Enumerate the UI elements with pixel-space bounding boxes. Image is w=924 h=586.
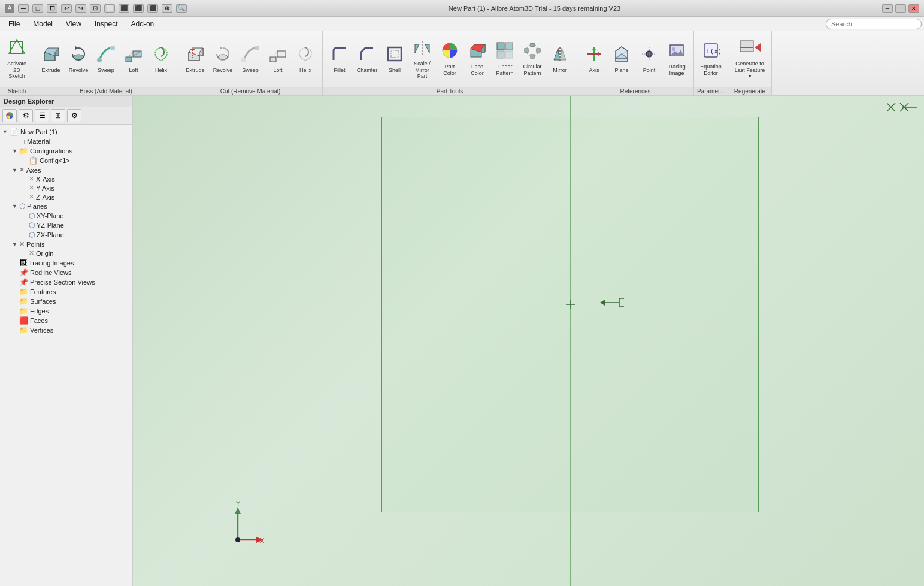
configurations-icon: 📁 [19, 147, 28, 155]
tree-item-zxplane[interactable]: ⬡ ZX-Plane [0, 230, 132, 240]
tree-item-edges[interactable]: 📁 Edges [0, 306, 132, 316]
window-close-btn[interactable]: ✕ [908, 4, 919, 13]
tree-item-surfaces[interactable]: 📁 Surfaces [0, 297, 132, 306]
svg-point-19 [218, 55, 228, 59]
loft-boss-button[interactable]: Loft [120, 41, 147, 78]
window-title: New Part (1) - Alibre Atom3D Trial - 15 … [187, 5, 882, 12]
scale-mirror-part-button[interactable]: Scale /Mirror Part [409, 36, 435, 82]
tree-label: Axes [26, 167, 41, 174]
tree-item-vertices[interactable]: 📁 Vertices [0, 325, 132, 335]
titlebar-restore[interactable]: □ [32, 4, 43, 13]
titlebar-btn-10[interactable]: ⬛ [147, 4, 158, 13]
titlebar-btn-9[interactable]: ⬛ [133, 4, 144, 13]
loft-boss-icon [125, 45, 143, 65]
tree-item-features[interactable]: 📁 Features [0, 287, 132, 297]
part-color-button[interactable]: Part Color [437, 39, 463, 79]
tree-item-yaxis[interactable]: ✕ Y-Axis [0, 183, 132, 192]
svg-rect-42 [531, 55, 534, 58]
toolbar-section-sketch: Activate2D Sketch Sketch [0, 31, 34, 95]
chamfer-button[interactable]: Chamfer [354, 41, 380, 78]
menu-file[interactable]: File [2, 19, 26, 29]
tree-item-origin[interactable]: ✕ Origin [0, 249, 132, 258]
tree-arrow [12, 308, 19, 314]
sidebar-more-btn[interactable]: ⊞ [51, 109, 65, 122]
viewport[interactable]: Y X [133, 96, 924, 586]
titlebar-btn-7[interactable]: ⬜ [104, 4, 115, 13]
tree-arrow[interactable]: ▼ [2, 129, 10, 135]
tree-item-faces[interactable]: 🟥 Faces [0, 316, 132, 325]
sweep-boss-button[interactable]: Sweep [93, 41, 119, 78]
sweep-cut-button[interactable]: Sweep [237, 41, 263, 78]
tree-item-axes[interactable]: ▼ ✕ Axes [0, 165, 132, 174]
svg-rect-26 [388, 47, 401, 61]
sidebar-gear-btn[interactable]: ⚙ [67, 109, 81, 122]
activate-2d-sketch-button[interactable]: Activate2D Sketch [4, 36, 30, 82]
extrude-cut-button[interactable]: Extrude [182, 41, 208, 78]
tree-item-precise-section-views[interactable]: 📌 Precise Section Views [0, 277, 132, 287]
sidebar-color-btn[interactable] [2, 109, 17, 122]
revolve-boss-button[interactable]: Revolve [65, 41, 92, 78]
face-color-button[interactable]: Face Color [464, 39, 490, 79]
sidebar-list-btn[interactable]: ☰ [35, 109, 49, 122]
helix-cut-button[interactable]: Helix [292, 41, 319, 78]
menu-view[interactable]: View [60, 19, 87, 29]
svg-marker-53 [616, 47, 628, 58]
tree-arrow [12, 289, 19, 295]
tree-item-config1[interactable]: 📋 Config<1> [0, 156, 132, 165]
plane-button[interactable]: Plane [608, 41, 635, 78]
window-minimize-btn[interactable]: ─ [882, 4, 893, 13]
titlebar-btn-11[interactable]: ⊕ [162, 4, 172, 13]
titlebar-btn-12[interactable]: 🔍 [176, 4, 187, 13]
window-maximize-btn[interactable]: □ [895, 4, 906, 13]
titlebar-btn-5[interactable]: ↪ [75, 4, 86, 13]
tree-item-configurations[interactable]: ▼ 📁 Configurations [0, 146, 132, 156]
toolbar-section-boss: Extrude Revolve [34, 31, 178, 95]
tree-item-material[interactable]: ◻ Material: [0, 137, 132, 146]
menu-model[interactable]: Model [27, 19, 59, 29]
shell-button[interactable]: Shell [381, 41, 408, 78]
search-input[interactable] [826, 19, 922, 29]
xyplane-icon: ⬡ [29, 212, 35, 220]
tracing-image-button[interactable]: TracingImage [664, 39, 690, 79]
revolve-cut-button[interactable]: Revolve [210, 41, 236, 78]
tree-item-xaxis[interactable]: ✕ X-Axis [0, 174, 132, 183]
titlebar-btn-6[interactable]: ⊡ [90, 4, 101, 13]
loft-cut-button[interactable]: Loft [265, 41, 291, 78]
linear-pattern-button[interactable]: LinearPattern [492, 39, 518, 79]
point-button[interactable]: Point [636, 41, 662, 78]
tree-item-tracing-images[interactable]: 🖼 Tracing Images [0, 258, 132, 268]
fillet-icon [331, 45, 349, 65]
tree-arrow[interactable]: ▼ [12, 167, 19, 173]
axis-button[interactable]: Axis [581, 41, 607, 78]
svg-marker-49 [592, 47, 596, 50]
titlebar-btn-3[interactable]: ⊟ [47, 4, 57, 13]
equation-editor-button[interactable]: f(x) EquationEditor [698, 39, 724, 79]
extrude-boss-button[interactable]: Extrude [38, 41, 64, 78]
tree-item-yzplane[interactable]: ⬡ YZ-Plane [0, 220, 132, 230]
tree-arrow[interactable]: ▼ [12, 203, 19, 209]
generate-to-last-feature-button[interactable]: Generate toLast Feature ▾ [732, 36, 768, 82]
fillet-button[interactable]: Fillet [326, 41, 353, 78]
titlebar-minimize[interactable]: ─ [18, 4, 29, 13]
tree-item-zaxis[interactable]: ✕ Z-Axis [0, 192, 132, 201]
circular-pattern-button[interactable]: CircularPattern [519, 39, 546, 79]
tree-item-planes[interactable]: ▼ ⬡ Planes [0, 201, 132, 211]
titlebar-btn-4[interactable]: ↩ [61, 4, 72, 13]
app-icon: A [5, 4, 14, 13]
svg-text:f(x): f(x) [706, 47, 720, 55]
parametrics-tools: f(x) EquationEditor [694, 31, 728, 87]
tree-item-root[interactable]: ▼ 📄 New Part (1) [0, 127, 132, 137]
menu-inspect[interactable]: Inspect [89, 19, 124, 29]
mirror-button[interactable]: Mirror [547, 41, 573, 78]
titlebar-btn-8[interactable]: ⬛ [119, 4, 129, 13]
tree-item-xyplane[interactable]: ⬡ XY-Plane [0, 211, 132, 220]
tree-item-redline-views[interactable]: 📌 Redline Views [0, 268, 132, 277]
tree-item-points[interactable]: ▼ ✕ Points [0, 240, 132, 249]
tree-arrow[interactable]: ▼ [12, 241, 19, 247]
mirror-label: Mirror [553, 67, 567, 74]
menu-addon[interactable]: Add-on [125, 19, 160, 29]
sidebar-settings-btn[interactable]: ⚙ [19, 109, 33, 122]
tree-arrow[interactable]: ▼ [12, 148, 19, 154]
sidebar: Design Explorer ⚙ ☰ ⊞ ⚙ ▼ 📄 New Part (1)… [0, 96, 133, 586]
helix-boss-button[interactable]: Helix [148, 41, 174, 78]
